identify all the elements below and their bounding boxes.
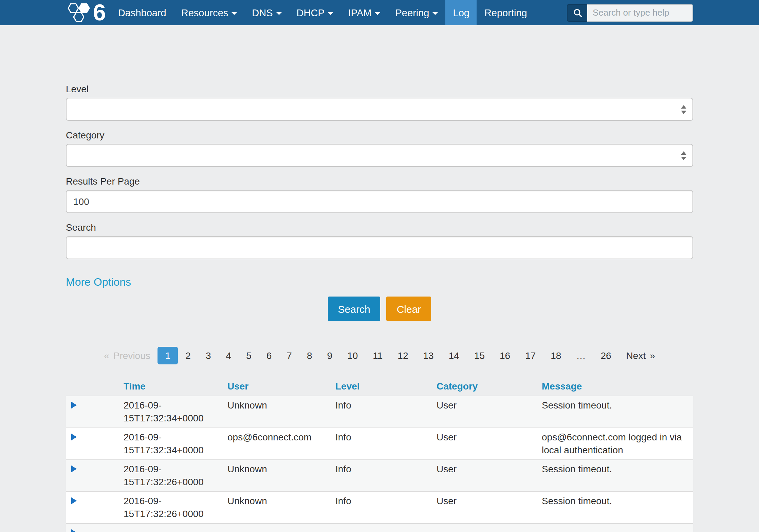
column-header-category[interactable]: Category bbox=[437, 377, 542, 396]
pagination-page[interactable]: 2 bbox=[178, 347, 198, 364]
top-navbar: 6 Dashboard Resources DNS DHCP bbox=[0, 0, 759, 25]
message-cell bbox=[542, 524, 693, 532]
category-select[interactable] bbox=[66, 144, 693, 167]
main-content: Level Category Results Per Page bbox=[66, 83, 693, 532]
category-group: Category bbox=[66, 130, 693, 167]
search-button[interactable]: Search bbox=[328, 297, 381, 321]
brand-text: 6 bbox=[93, 0, 105, 25]
pagination-page[interactable]: 15 bbox=[467, 347, 492, 364]
column-header-message[interactable]: Message bbox=[542, 377, 693, 396]
pagination-next[interactable]: Next » bbox=[619, 347, 664, 364]
log-table: Time User Level Category Message 2016-09… bbox=[66, 377, 693, 532]
pagination-page[interactable]: 5 bbox=[239, 347, 259, 364]
previous-label: Previous bbox=[113, 350, 150, 361]
nav-dhcp[interactable]: DHCP bbox=[289, 0, 341, 25]
chevron-down-icon bbox=[328, 12, 333, 15]
nav-log[interactable]: Log bbox=[446, 0, 477, 25]
chevron-down-icon bbox=[375, 12, 381, 15]
expand-arrow-icon[interactable] bbox=[71, 497, 77, 504]
level-cell: Info bbox=[335, 492, 437, 524]
pagination-ellipsis: … bbox=[569, 347, 593, 364]
category-cell: User bbox=[437, 428, 542, 460]
nav-peering-label: Peering bbox=[395, 7, 429, 18]
page: 6 Dashboard Resources DNS DHCP bbox=[0, 0, 759, 532]
pagination-page[interactable]: 3 bbox=[198, 347, 219, 364]
table-header-row: Time User Level Category Message bbox=[66, 377, 693, 396]
navbar-inner: 6 Dashboard Resources DNS DHCP bbox=[66, 0, 693, 25]
message-cell: Session timeout. bbox=[542, 396, 693, 428]
category-cell bbox=[437, 524, 542, 532]
expand-arrow-icon[interactable] bbox=[71, 402, 77, 408]
select-stepper-icon bbox=[681, 105, 686, 114]
expand-arrow-icon[interactable] bbox=[71, 466, 77, 472]
help-search-input[interactable] bbox=[587, 4, 693, 21]
message-cell: Session timeout. bbox=[542, 492, 693, 524]
nav-resources[interactable]: Resources bbox=[174, 0, 245, 25]
nav-dashboard[interactable]: Dashboard bbox=[111, 0, 174, 25]
nav-dhcp-label: DHCP bbox=[297, 7, 325, 18]
time-cell: 2016-09-15T17:32:26+0000 bbox=[124, 460, 227, 492]
time-cell bbox=[124, 524, 227, 532]
expander-cell bbox=[66, 428, 124, 460]
column-header-time[interactable]: Time bbox=[124, 377, 227, 396]
pagination-page[interactable]: 1 bbox=[158, 347, 178, 364]
table-row: 2016-09-15T17:32:26+0000 Unknown Info Us… bbox=[66, 492, 693, 524]
pagination-page[interactable]: 7 bbox=[279, 347, 299, 364]
pagination-page[interactable]: 14 bbox=[441, 347, 467, 364]
column-header-user[interactable]: User bbox=[227, 377, 335, 396]
pagination-page[interactable]: 10 bbox=[340, 347, 365, 364]
level-label: Level bbox=[66, 83, 693, 94]
pagination-page[interactable]: 4 bbox=[219, 347, 239, 364]
expander-column-header bbox=[66, 377, 124, 396]
pagination-page[interactable]: 16 bbox=[492, 347, 518, 364]
search-label: Search bbox=[66, 222, 693, 233]
category-cell: User bbox=[437, 492, 542, 524]
level-group: Level bbox=[66, 83, 693, 121]
chevron-down-icon bbox=[232, 12, 237, 15]
expander-cell bbox=[66, 492, 124, 524]
select-stepper-icon bbox=[681, 151, 686, 160]
user-cell: ops@6connect.com bbox=[227, 428, 335, 460]
table-row bbox=[66, 524, 693, 532]
level-cell: Info bbox=[335, 396, 437, 428]
expand-arrow-icon[interactable] bbox=[71, 434, 77, 440]
nav-reporting-label: Reporting bbox=[484, 7, 527, 18]
user-cell: Unknown bbox=[227, 460, 335, 492]
pagination-page[interactable]: 11 bbox=[365, 347, 390, 364]
more-options-link[interactable]: More Options bbox=[66, 276, 131, 288]
pagination-page[interactable]: 13 bbox=[416, 347, 441, 364]
pagination-page[interactable]: 26 bbox=[593, 347, 618, 364]
column-header-level[interactable]: Level bbox=[335, 377, 437, 396]
nav-ipam-label: IPAM bbox=[348, 7, 372, 18]
expander-cell bbox=[66, 460, 124, 492]
expand-arrow-icon[interactable] bbox=[71, 529, 77, 532]
results-per-page-group: Results Per Page bbox=[66, 176, 693, 213]
nav-reporting[interactable]: Reporting bbox=[477, 0, 535, 25]
clear-button[interactable]: Clear bbox=[387, 297, 431, 321]
brand-logo[interactable]: 6 bbox=[66, 0, 105, 25]
pagination-page[interactable]: 17 bbox=[518, 347, 543, 364]
search-group: Search bbox=[66, 222, 693, 259]
expander-cell bbox=[66, 396, 124, 428]
category-label: Category bbox=[66, 130, 693, 140]
hexagon-logo-icon bbox=[66, 2, 91, 23]
nav-ipam[interactable]: IPAM bbox=[341, 0, 388, 25]
level-select[interactable] bbox=[66, 98, 693, 121]
message-cell: ops@6connect.com logged in via local aut… bbox=[542, 428, 693, 460]
navbar-search bbox=[567, 4, 693, 21]
search-input[interactable] bbox=[66, 236, 693, 259]
pagination-page[interactable]: 18 bbox=[543, 347, 569, 364]
pagination-page[interactable]: 12 bbox=[390, 347, 415, 364]
results-per-page-input[interactable] bbox=[66, 190, 693, 213]
pagination-page[interactable]: 8 bbox=[299, 347, 320, 364]
pagination-page[interactable]: 6 bbox=[259, 347, 279, 364]
navbar-menu: Dashboard Resources DNS DHCP IPAM bbox=[111, 0, 535, 25]
nav-peering[interactable]: Peering bbox=[388, 0, 446, 25]
nav-dns[interactable]: DNS bbox=[244, 0, 289, 25]
table-row: 2016-09-15T17:32:34+0000 Unknown Info Us… bbox=[66, 396, 693, 428]
pagination-page[interactable]: 9 bbox=[320, 347, 340, 364]
nav-resources-label: Resources bbox=[181, 7, 228, 18]
search-icon[interactable] bbox=[567, 4, 587, 21]
log-filter-form: Level Category Results Per Page bbox=[66, 83, 693, 321]
user-cell bbox=[227, 524, 335, 532]
